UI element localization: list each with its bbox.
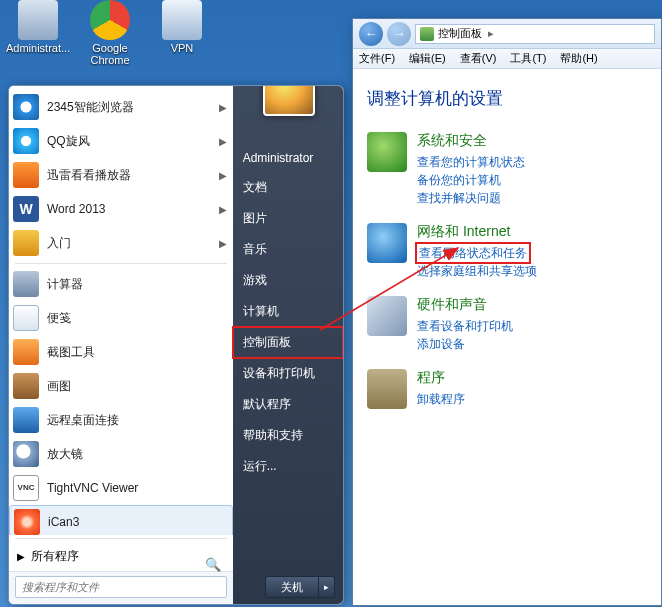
- start-search: 🔍: [9, 571, 233, 604]
- start-item-label: 入门: [47, 235, 71, 252]
- all-programs-label: 所有程序: [31, 548, 79, 565]
- start-rlink-游戏[interactable]: 游戏: [233, 265, 343, 296]
- category-icon: [367, 296, 407, 336]
- menu-帮助(H)[interactable]: 帮助(H): [560, 51, 597, 66]
- desktop-icon-admin[interactable]: Administrat...: [6, 0, 70, 54]
- start-rlink-图片[interactable]: 图片: [233, 203, 343, 234]
- start-item-2[interactable]: 迅雷看看播放器▶: [9, 158, 233, 192]
- category-link[interactable]: 查找并解决问题: [417, 189, 525, 207]
- category-link[interactable]: 查看您的计算机状态: [417, 153, 525, 171]
- category-2: 硬件和声音查看设备和打印机添加设备: [367, 296, 653, 353]
- submenu-arrow-icon: ▶: [219, 238, 227, 249]
- start-item-label: 放大镜: [47, 446, 83, 463]
- start-item-7[interactable]: 截图工具: [9, 335, 233, 369]
- folder-icon: [18, 0, 58, 40]
- start-rlink-计算机[interactable]: 计算机: [233, 296, 343, 327]
- start-item-0[interactable]: 2345智能浏览器▶: [9, 90, 233, 124]
- start-menu: 2345智能浏览器▶QQ旋风▶迅雷看看播放器▶Word 2013▶入门▶计算器便…: [8, 85, 344, 605]
- desktop-icon-label: Administrat...: [6, 42, 70, 54]
- start-rlink-默认程序[interactable]: 默认程序: [233, 389, 343, 420]
- user-avatar[interactable]: [263, 85, 315, 116]
- address-bar[interactable]: 控制面板 ▸: [415, 24, 655, 44]
- app-icon: [13, 162, 39, 188]
- category-link[interactable]: 添加设备: [417, 335, 513, 353]
- category-text: 硬件和声音查看设备和打印机添加设备: [417, 296, 513, 353]
- category-title[interactable]: 程序: [417, 369, 465, 387]
- shutdown-options-button[interactable]: ▸: [319, 576, 335, 598]
- category-text: 程序卸载程序: [417, 369, 465, 409]
- start-item-10[interactable]: 放大镜: [9, 437, 233, 471]
- app-icon: [13, 230, 39, 256]
- start-item-12[interactable]: iCan3: [9, 505, 233, 535]
- triangle-right-icon: ▶: [17, 551, 25, 562]
- category-3: 程序卸载程序: [367, 369, 653, 409]
- start-rlink-文档[interactable]: 文档: [233, 172, 343, 203]
- start-item-3[interactable]: Word 2013▶: [9, 192, 233, 226]
- start-menu-items: 2345智能浏览器▶QQ旋风▶迅雷看看播放器▶Word 2013▶入门▶计算器便…: [9, 86, 233, 535]
- category-title[interactable]: 系统和安全: [417, 132, 525, 150]
- app-icon: [13, 441, 39, 467]
- start-item-label: 截图工具: [47, 344, 95, 361]
- category-link[interactable]: 选择家庭组和共享选项: [417, 262, 537, 280]
- start-item-6[interactable]: 便笺: [9, 301, 233, 335]
- category-text: 系统和安全查看您的计算机状态备份您的计算机查找并解决问题: [417, 132, 525, 207]
- desktop-icon-vpn[interactable]: VPN: [150, 0, 214, 54]
- category-icon: [367, 369, 407, 409]
- category-icon: [367, 132, 407, 172]
- submenu-arrow-icon: ▶: [219, 204, 227, 215]
- start-rlink-控制面板[interactable]: 控制面板: [233, 327, 343, 358]
- menu-查看(V)[interactable]: 查看(V): [460, 51, 497, 66]
- start-item-label: 迅雷看看播放器: [47, 167, 131, 184]
- category-icon: [367, 223, 407, 263]
- menu-工具(T)[interactable]: 工具(T): [510, 51, 546, 66]
- start-rlink-设备和打印机[interactable]: 设备和打印机: [233, 358, 343, 389]
- category-link[interactable]: 查看设备和打印机: [417, 317, 513, 335]
- start-item-1[interactable]: QQ旋风▶: [9, 124, 233, 158]
- app-icon: [14, 509, 40, 535]
- start-item-label: 画图: [47, 378, 71, 395]
- desktop-icon-label: Google Chrome: [78, 42, 142, 66]
- all-programs[interactable]: ▶ 所有程序: [9, 542, 233, 571]
- chrome-icon: [90, 0, 130, 40]
- search-input[interactable]: [15, 576, 227, 598]
- start-item-label: 便笺: [47, 310, 71, 327]
- desktop: Administrat... Google Chrome VPN 2345智能浏…: [0, 0, 662, 607]
- control-panel-body: 调整计算机的设置 系统和安全查看您的计算机状态备份您的计算机查找并解决问题网络和…: [353, 69, 661, 433]
- start-item-5[interactable]: 计算器: [9, 267, 233, 301]
- start-item-11[interactable]: TightVNC Viewer: [9, 471, 233, 505]
- start-rlink-运行...[interactable]: 运行...: [233, 451, 343, 482]
- app-icon: [13, 475, 39, 501]
- start-rlink-帮助和支持[interactable]: 帮助和支持: [233, 420, 343, 451]
- category-title[interactable]: 硬件和声音: [417, 296, 513, 314]
- menu-编辑(E)[interactable]: 编辑(E): [409, 51, 446, 66]
- app-icon: [13, 271, 39, 297]
- app-icon: [13, 407, 39, 433]
- start-item-label: 计算器: [47, 276, 83, 293]
- control-panel-window: ← → 控制面板 ▸ 文件(F)编辑(E)查看(V)工具(T)帮助(H) 调整计…: [352, 18, 662, 606]
- start-item-label: Word 2013: [47, 202, 105, 216]
- start-item-4[interactable]: 入门▶: [9, 226, 233, 260]
- start-rlink-音乐[interactable]: 音乐: [233, 234, 343, 265]
- menu-文件(F)[interactable]: 文件(F): [359, 51, 395, 66]
- category-title[interactable]: 网络和 Internet: [417, 223, 537, 241]
- shutdown-button[interactable]: 关机: [265, 576, 319, 598]
- app-icon: [13, 128, 39, 154]
- user-name[interactable]: Administrator: [233, 144, 343, 172]
- category-0: 系统和安全查看您的计算机状态备份您的计算机查找并解决问题: [367, 132, 653, 207]
- category-link[interactable]: 备份您的计算机: [417, 171, 525, 189]
- start-item-8[interactable]: 画图: [9, 369, 233, 403]
- start-item-label: TightVNC Viewer: [47, 481, 138, 495]
- start-menu-right: Administrator 文档图片音乐游戏计算机控制面板设备和打印机默认程序帮…: [233, 86, 343, 604]
- submenu-arrow-icon: ▶: [219, 102, 227, 113]
- category-link[interactable]: 查看网络状态和任务: [417, 244, 529, 262]
- start-item-9[interactable]: 远程桌面连接: [9, 403, 233, 437]
- start-item-label: iCan3: [48, 515, 79, 529]
- category-link[interactable]: 卸载程序: [417, 390, 465, 408]
- category-1: 网络和 Internet查看网络状态和任务选择家庭组和共享选项: [367, 223, 653, 280]
- nav-back-button[interactable]: ←: [359, 22, 383, 46]
- shutdown-group: 关机 ▸: [265, 576, 335, 598]
- app-icon: [13, 94, 39, 120]
- nav-forward-button[interactable]: →: [387, 22, 411, 46]
- desktop-icon-chrome[interactable]: Google Chrome: [78, 0, 142, 66]
- separator: [15, 538, 227, 539]
